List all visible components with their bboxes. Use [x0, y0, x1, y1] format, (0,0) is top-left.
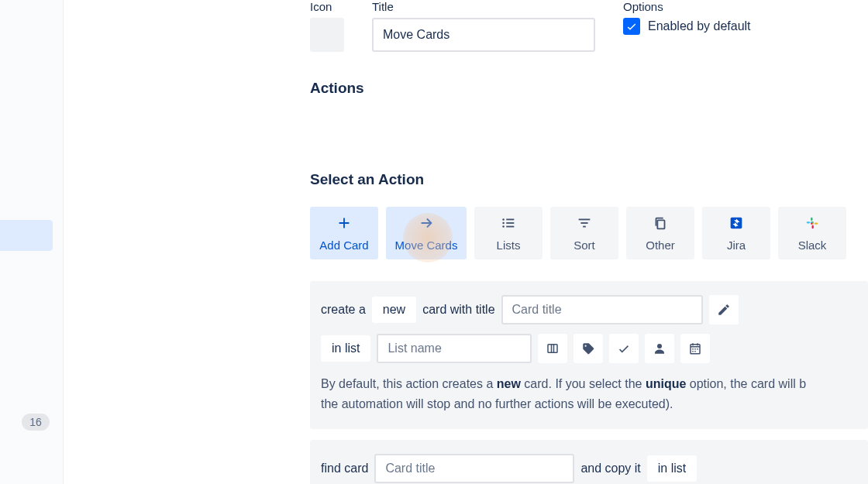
check-button[interactable] [609, 334, 639, 363]
svg-rect-19 [811, 218, 812, 221]
edit-icon [717, 303, 731, 317]
title-input[interactable] [372, 18, 595, 52]
tile-label: Add Card [319, 239, 368, 252]
card-title-input[interactable] [501, 295, 703, 324]
tile-label: Other [646, 239, 675, 252]
svg-rect-20 [815, 223, 818, 225]
slack-icon [804, 215, 821, 234]
sidebar-selected-item[interactable] [0, 220, 53, 251]
action-tiles-row: Add Card Move Cards Lists Sort Other Jir… [310, 207, 868, 259]
actions-heading: Actions [310, 80, 868, 97]
tag-icon [581, 342, 595, 355]
svg-rect-34 [693, 351, 694, 352]
svg-rect-14 [580, 222, 587, 224]
svg-rect-8 [506, 219, 514, 221]
svg-rect-21 [812, 225, 814, 229]
svg-point-27 [657, 344, 662, 348]
find-card-title-input[interactable] [374, 454, 574, 483]
svg-rect-10 [506, 222, 514, 224]
svg-rect-18 [807, 221, 811, 223]
svg-point-7 [502, 218, 505, 221]
find-card-panel: find card and copy it in list [310, 440, 868, 484]
svg-rect-26 [548, 345, 557, 353]
main-content: Icon Title Options Enabled by default Ac… [310, 0, 868, 484]
tile-lists[interactable]: Lists [474, 207, 542, 259]
tile-label: Jira [727, 239, 746, 252]
svg-rect-32 [695, 348, 697, 350]
create-a-text: create a [321, 303, 366, 317]
in-list-token[interactable]: in list [321, 335, 370, 362]
calendar-icon [688, 342, 702, 355]
tile-jira[interactable]: Jira [702, 207, 770, 259]
page-count-badge: 16 [22, 414, 50, 431]
svg-rect-30 [698, 343, 699, 345]
icon-label: Icon [310, 0, 344, 13]
icon-picker[interactable] [310, 18, 344, 52]
arrow-right-icon [418, 215, 435, 234]
tile-label: Move Cards [395, 239, 458, 252]
card-with-title-text: card with title [422, 303, 494, 317]
tile-move-cards[interactable]: Move Cards [386, 207, 467, 259]
find-card-text: find card [321, 462, 368, 475]
board-icon [546, 342, 560, 355]
tile-slack[interactable]: Slack [778, 207, 846, 259]
options-label: Options [623, 0, 751, 13]
tile-sort[interactable]: Sort [550, 207, 618, 259]
svg-point-11 [502, 225, 505, 228]
date-button[interactable] [680, 334, 710, 363]
svg-rect-16 [657, 220, 664, 228]
edit-button[interactable] [709, 295, 739, 324]
list-icon [500, 215, 517, 234]
tile-label: Slack [798, 239, 827, 252]
in-list-token-2[interactable]: in list [647, 455, 697, 482]
svg-rect-13 [579, 219, 591, 221]
and-copy-text: and copy it [580, 462, 640, 475]
member-button[interactable] [645, 334, 674, 363]
copy-icon [652, 215, 669, 234]
svg-point-25 [811, 223, 812, 225]
plus-icon [336, 215, 353, 234]
check-icon [625, 20, 638, 33]
svg-point-9 [502, 222, 505, 225]
filter-icon [576, 215, 593, 234]
svg-rect-33 [698, 348, 699, 350]
check-icon [617, 342, 631, 355]
select-action-heading: Select an Action [310, 171, 868, 188]
svg-rect-29 [693, 343, 694, 345]
create-card-panel: create a new card with title in list [310, 281, 868, 429]
create-description: By default, this action creates a new ca… [321, 374, 857, 415]
svg-rect-15 [583, 226, 586, 228]
new-token[interactable]: new [372, 297, 416, 323]
person-icon [653, 342, 666, 355]
svg-rect-12 [506, 226, 514, 228]
svg-rect-35 [695, 351, 697, 352]
tile-label: Lists [497, 239, 521, 252]
tile-label: Sort [574, 239, 595, 252]
list-name-input[interactable] [377, 334, 532, 363]
jira-icon [728, 215, 745, 234]
title-label: Title [372, 0, 595, 13]
label-button[interactable] [574, 334, 603, 363]
tile-add-card[interactable]: Add Card [310, 207, 378, 259]
svg-rect-31 [693, 348, 694, 350]
enabled-checkbox[interactable] [623, 18, 640, 35]
sidebar: 16 [0, 0, 64, 484]
enabled-label: Enabled by default [648, 19, 751, 33]
board-button[interactable] [538, 334, 567, 363]
tile-other[interactable]: Other [626, 207, 694, 259]
